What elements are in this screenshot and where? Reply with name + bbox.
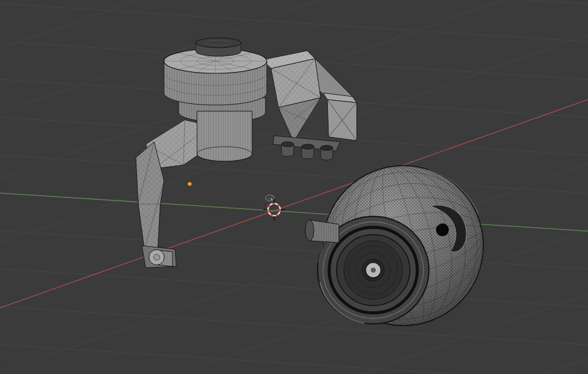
viewport-canvas[interactable] — [0, 0, 588, 374]
sphere-stub-cylinder — [305, 220, 339, 243]
object-origin-point — [187, 182, 192, 186]
top-cap-face — [196, 38, 241, 48]
3d-viewport[interactable] — [0, 0, 588, 374]
